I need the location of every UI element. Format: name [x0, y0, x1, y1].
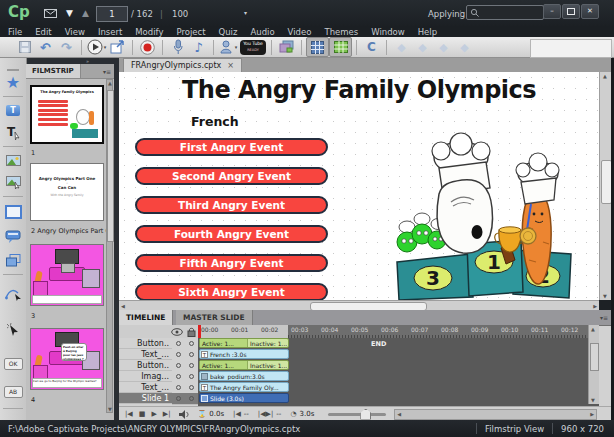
mute-button[interactable] [179, 410, 190, 419]
filmstrip-slide-4[interactable]: Peut-on aller à Beijing pour les jeux ol… [30, 328, 104, 390]
text-entry-tool-icon[interactable]: T [0, 122, 26, 142]
layer-slide-1[interactable]: Slide 1 [119, 393, 172, 404]
lock-icon[interactable] [187, 327, 196, 337]
close-tab-icon[interactable]: × [227, 61, 234, 70]
go-to-end-button[interactable]: ▶| [163, 410, 171, 418]
slider-thumb[interactable] [360, 409, 371, 420]
grid-view-icon[interactable] [306, 37, 329, 57]
menu-insert[interactable]: Insert [98, 27, 122, 37]
record-icon[interactable] [137, 38, 158, 56]
search-box[interactable] [466, 5, 544, 20]
timeline-panel-menu-icon[interactable]: ▾≡ [600, 314, 608, 321]
mail-icon[interactable] [44, 9, 57, 18]
menu-modify[interactable]: Modify [135, 27, 163, 37]
menu-help[interactable]: Help [418, 27, 437, 37]
timeline-vscrollbar[interactable]: ▲ ▼ [588, 325, 599, 404]
search-input[interactable] [481, 6, 543, 19]
timeline-ruler[interactable]: 00:00 00:01 00:02 00:03 00:04 00:05 00:0… [198, 325, 599, 338]
slide-subtitle[interactable]: French [191, 114, 239, 129]
menu-project[interactable]: Project [176, 27, 205, 37]
rollover-image-tool-icon[interactable] [0, 172, 26, 192]
menu-file[interactable]: File [8, 27, 22, 37]
filmstrip-slide-3[interactable] [30, 244, 104, 306]
text-entry-box-tool-icon[interactable]: AB [0, 382, 26, 402]
selection-icon: |◀▶| [258, 410, 273, 418]
closed-caption-icon[interactable]: C [361, 38, 382, 56]
filmstrip-panel-menu-icon[interactable]: ▾≡ [103, 68, 111, 75]
previous-slide-icon[interactable]: ▼ [66, 8, 73, 18]
tab-filmstrip[interactable]: FILMSTRIP [26, 64, 81, 78]
filmstrip-slide-1[interactable]: The Angry Family Olympics [30, 85, 104, 144]
layer-button[interactable]: Button.. [119, 360, 172, 371]
click-box-tool-icon[interactable] [0, 320, 26, 340]
rollover-caption-tool-icon[interactable] [0, 226, 26, 246]
track-text-title[interactable]: T The Angry Family Oly... [199, 382, 289, 392]
layer-text-title[interactable]: Text_... [119, 382, 172, 393]
button-sixth-angry-event[interactable]: Sixth Angry Event [135, 283, 328, 301]
redo-icon[interactable]: ↷ [56, 38, 77, 56]
timeline-zoom-slider[interactable] [328, 413, 386, 416]
menu-themes[interactable]: Themes [324, 27, 358, 37]
slide-title[interactable]: The Angry Family Olympics [119, 76, 599, 104]
highlight-box-tool-icon[interactable] [0, 202, 26, 222]
layer-toggles[interactable] [172, 393, 198, 405]
menu-view[interactable]: View [65, 27, 85, 37]
go-to-start-button[interactable]: |◀ [125, 410, 133, 418]
button-second-angry-event[interactable]: Second Angry Event [135, 167, 328, 185]
track-image[interactable]: bake_podium:3.0s [199, 371, 289, 381]
stop-button[interactable]: ■ [139, 410, 146, 418]
zoom-value[interactable]: 100 [172, 9, 188, 19]
filmstrip-slide-2[interactable]: Angry Olympics Part One – Can Can With t… [30, 163, 104, 221]
menu-window[interactable]: Window [371, 27, 405, 37]
undo-icon[interactable]: ↶ [35, 38, 56, 56]
tab-timeline[interactable]: TIMELINE [119, 310, 173, 325]
timeline-hscrollbar[interactable]: ◀ ▶ [394, 409, 597, 420]
preview-icon[interactable]: ▾ [86, 38, 107, 56]
track-text-french[interactable]: T French :3.0s [199, 349, 289, 359]
filmstrip-scrollbar[interactable]: ▲ ▼ [106, 79, 113, 413]
button-fifth-angry-event[interactable]: Fifth Angry Event [135, 254, 328, 272]
close-button[interactable]: ✕ [581, 4, 599, 19]
menu-edit[interactable]: Edit [35, 27, 51, 37]
save-icon[interactable] [14, 38, 35, 56]
menu-quiz[interactable]: Quiz [219, 27, 238, 37]
image-tool-icon[interactable] [0, 150, 26, 170]
button-third-angry-event[interactable]: Third Angry Event [135, 196, 328, 214]
line-tool-icon[interactable] [0, 284, 26, 304]
youtube-icon[interactable]: You Tube READY [239, 38, 267, 56]
layer-image[interactable]: Imag... [119, 371, 172, 382]
layer-text-french[interactable]: Text_... [119, 349, 172, 360]
button-fourth-angry-event[interactable]: Fourth Angry Event [135, 225, 328, 243]
maximize-button[interactable] [562, 4, 580, 19]
next-slide-icon[interactable]: ▲ [82, 8, 89, 18]
text-caption-tool-icon[interactable]: T [0, 100, 26, 120]
track-button[interactable]: Active: 1...Inactive: 1... [199, 338, 289, 348]
rollover-slidelet-tool-icon[interactable] [0, 250, 26, 270]
track-slide[interactable]: Slide (3.0s) [199, 393, 289, 403]
track-button[interactable]: Active: 1...Inactive: 1... [199, 360, 289, 370]
view-mode-label[interactable]: Filmstrip View [485, 424, 544, 434]
playhead[interactable] [198, 325, 201, 338]
button-tool-icon[interactable]: OK [0, 354, 26, 374]
menu-video[interactable]: Video [288, 27, 312, 37]
menu-audio[interactable]: Audio [250, 27, 274, 37]
slide-number-input[interactable] [96, 6, 128, 22]
layer-button-top[interactable]: Button.. [119, 338, 172, 349]
slide-canvas[interactable]: The Angry Family Olympics French First A… [119, 72, 599, 300]
actor-icon[interactable]: ▾ [218, 38, 239, 56]
video-view-icon[interactable] [329, 37, 352, 57]
visibility-eye-icon[interactable] [171, 328, 183, 336]
button-first-angry-event[interactable]: First Angry Event [135, 138, 328, 156]
timeline-vscroll-thumb[interactable] [590, 343, 599, 371]
play-button[interactable]: ▶ [151, 410, 156, 418]
zoom-caret-icon[interactable]: ▾ [244, 9, 247, 16]
slides-icon[interactable] [276, 38, 297, 56]
publish-icon[interactable] [107, 38, 128, 56]
tab-master-slide[interactable]: MASTER SLIDE [176, 310, 253, 325]
smart-shape-tool-icon[interactable]: ★ [0, 72, 26, 92]
audio-record-icon[interactable] [167, 38, 188, 56]
audio-note-icon[interactable]: ♪ [188, 38, 209, 56]
minimize-button[interactable]: – [543, 4, 561, 19]
canvas-vscrollbar[interactable]: ▲ ▼ [599, 72, 611, 300]
document-tab[interactable]: FRAngryOlympics.cptx× [123, 58, 242, 73]
